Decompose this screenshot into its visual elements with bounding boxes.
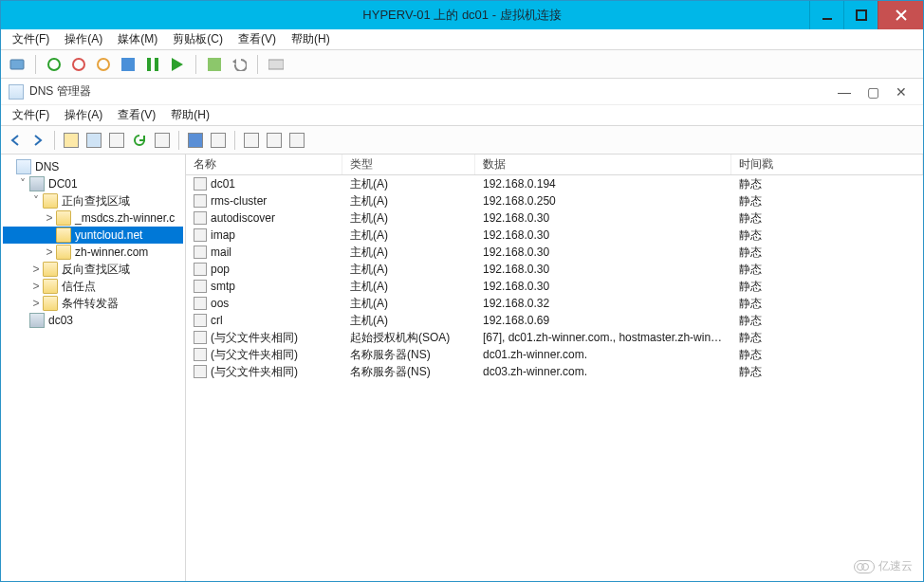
inner-titlebar[interactable]: DNS 管理器 — ▢ ✕ [1, 79, 923, 105]
record-name: crl [211, 314, 223, 327]
record-type: 主机(A) [342, 279, 475, 295]
menu-file[interactable]: 文件(F) [7, 29, 55, 49]
ctrl-alt-del-icon[interactable] [9, 56, 26, 73]
record-type: 名称服务器(NS) [342, 347, 475, 363]
tree-item[interactable]: >zh-winner.com [3, 244, 183, 261]
inner-menu-file[interactable]: 文件(F) [7, 105, 55, 125]
minimize-button[interactable] [809, 1, 843, 29]
inner-maximize-button[interactable]: ▢ [859, 84, 887, 100]
turnoff-icon[interactable] [70, 56, 87, 73]
svg-rect-1 [857, 10, 866, 20]
record-data: 192.168.0.250 [475, 194, 731, 208]
list-header[interactable]: 名称 类型 数据 时间戳 [186, 155, 923, 175]
refresh-icon[interactable] [131, 132, 148, 149]
list-row[interactable]: autodiscover主机(A)192.168.0.30静态 [186, 209, 923, 227]
separator [234, 131, 235, 150]
show-hide-tree-icon[interactable] [85, 132, 102, 149]
inner-title: DNS 管理器 [29, 83, 91, 100]
list-row[interactable]: crl主机(A)192.168.0.69静态 [186, 312, 923, 329]
list-row[interactable]: pop主机(A)192.168.0.30静态 [186, 261, 923, 278]
tree-twisty-icon[interactable]: > [29, 280, 43, 293]
window-title: HYPERV-01 上的 dc01 - 虚拟机连接 [362, 7, 561, 24]
tree-item[interactable]: yuntcloud.net [3, 227, 183, 244]
inner-menu-view[interactable]: 查看(V) [112, 105, 161, 125]
col-type[interactable]: 类型 [342, 155, 475, 174]
menu-action[interactable]: 操作(A) [59, 29, 108, 49]
menu-view[interactable]: 查看(V) [232, 29, 282, 49]
tree-item[interactable]: >条件转发器 [3, 295, 183, 312]
folder-icon [56, 227, 71, 243]
menu-help[interactable]: 帮助(H) [286, 29, 336, 49]
record-name: smtp [211, 280, 235, 293]
up-icon[interactable] [63, 132, 80, 149]
list-row[interactable]: dc01主机(A)192.168.0.194静态 [186, 175, 923, 192]
export-icon[interactable] [154, 132, 171, 149]
menu-media[interactable]: 媒体(M) [112, 29, 163, 49]
properties-icon[interactable] [187, 132, 204, 149]
delete-icon[interactable] [108, 132, 125, 149]
menu-clipboard[interactable]: 剪贴板(C) [167, 29, 229, 49]
tree-twisty-icon[interactable]: > [29, 263, 43, 276]
record-name: mail [211, 246, 231, 259]
server-icon [29, 176, 45, 191]
close-button[interactable] [878, 1, 923, 29]
tree-item[interactable]: ˅正向查找区域 [3, 192, 183, 209]
inner-minimize-button[interactable]: — [830, 84, 859, 100]
tree-item[interactable]: DNS [3, 158, 183, 175]
tree-item-label: yuntcloud.net [75, 228, 142, 242]
record-data: 192.168.0.69 [475, 314, 731, 327]
record-name: (与父文件夹相同) [211, 347, 298, 363]
list-row[interactable]: mail主机(A)192.168.0.30静态 [186, 244, 923, 261]
filter-icon[interactable] [243, 132, 260, 149]
folder-icon [43, 193, 58, 209]
checkpoint-icon[interactable] [206, 56, 223, 73]
outer-titlebar[interactable]: HYPERV-01 上的 dc01 - 虚拟机连接 [1, 1, 923, 29]
revert-icon[interactable] [231, 56, 248, 73]
tree-twisty-icon[interactable]: > [29, 297, 43, 310]
tree-pane[interactable]: DNS˅DC01˅正向查找区域>_msdcs.zh-winner.cyuntcl… [1, 155, 186, 581]
pause-icon[interactable] [144, 56, 161, 73]
save-icon[interactable] [120, 56, 137, 73]
list-row[interactable]: (与父文件夹相同)名称服务器(NS)dc03.zh-winner.com.静态 [186, 363, 923, 380]
tree-item[interactable]: dc03 [3, 312, 183, 329]
list-row[interactable]: smtp主机(A)192.168.0.30静态 [186, 278, 923, 295]
tree-twisty-icon[interactable]: > [43, 246, 56, 259]
inner-close-button[interactable]: ✕ [887, 84, 915, 100]
tree-twisty-icon[interactable]: ˅ [16, 177, 29, 191]
col-name[interactable]: 名称 [186, 155, 342, 174]
list-row[interactable]: (与父文件夹相同)起始授权机构(SOA)[67], dc01.zh-winner… [186, 329, 923, 346]
help-icon[interactable] [210, 132, 227, 149]
col-ts[interactable]: 时间戳 [731, 155, 923, 174]
tree-item[interactable]: >信任点 [3, 278, 183, 295]
shutdown-icon[interactable] [95, 56, 112, 73]
tree-item[interactable]: >_msdcs.zh-winner.c [3, 209, 183, 227]
record-timestamp: 静态 [731, 313, 923, 329]
list-row[interactable]: (与父文件夹相同)名称服务器(NS)dc01.zh-winner.com.静态 [186, 346, 923, 363]
col-data[interactable]: 数据 [475, 155, 731, 174]
reset-icon[interactable] [169, 56, 186, 73]
forward-icon[interactable] [29, 132, 46, 149]
list-row[interactable]: imap主机(A)192.168.0.30静态 [186, 227, 923, 244]
list-row[interactable]: rms-cluster主机(A)192.168.0.250静态 [186, 192, 923, 209]
enhanced-session-icon[interactable] [268, 56, 285, 73]
server-icon [29, 313, 45, 328]
tree-item[interactable]: ˅DC01 [3, 175, 183, 192]
inner-menubar: 文件(F) 操作(A) 查看(V) 帮助(H) [1, 105, 923, 126]
tree-twisty-icon[interactable]: ˅ [29, 194, 43, 208]
tree-item[interactable]: >反向查找区域 [3, 261, 183, 278]
record-data: [67], dc01.zh-winner.com., hostmaster.zh… [475, 331, 731, 344]
start-icon[interactable] [46, 56, 63, 73]
list-body[interactable]: dc01主机(A)192.168.0.194静态rms-cluster主机(A)… [186, 175, 923, 581]
new-record-icon[interactable] [266, 132, 283, 149]
record-timestamp: 静态 [731, 262, 923, 278]
new-zone-icon[interactable] [288, 132, 305, 149]
back-icon[interactable] [7, 132, 24, 149]
tree-item-label: 反向查找区域 [62, 262, 130, 278]
tree-twisty-icon[interactable]: > [43, 211, 56, 225]
list-row[interactable]: oos主机(A)192.168.0.32静态 [186, 295, 923, 312]
maximize-button[interactable] [843, 1, 878, 29]
inner-menu-action[interactable]: 操作(A) [59, 105, 108, 125]
inner-menu-help[interactable]: 帮助(H) [165, 105, 215, 125]
record-type: 主机(A) [342, 245, 475, 261]
record-timestamp: 静态 [731, 227, 923, 244]
